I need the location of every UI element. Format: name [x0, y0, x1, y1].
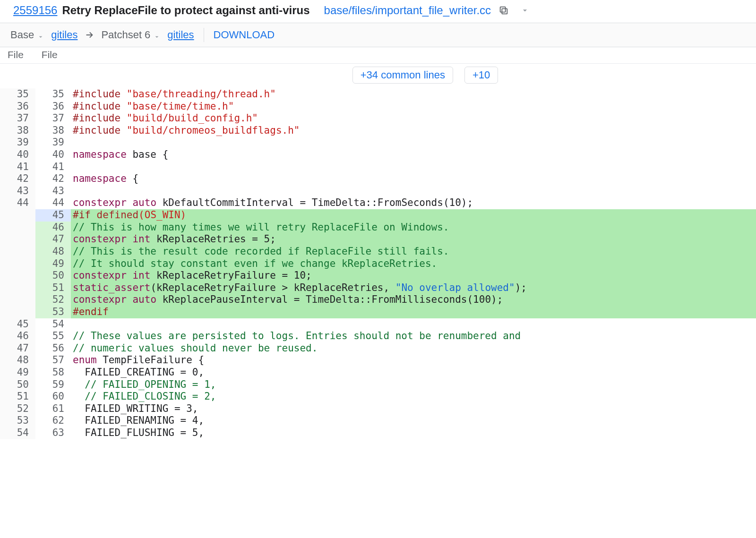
file-menu-chevron-icon[interactable]	[520, 6, 530, 15]
diff-row[interactable]: 3939	[0, 137, 756, 149]
code-cell: namespace {	[71, 173, 756, 185]
svg-rect-0	[502, 9, 507, 14]
diff-row[interactable]: 3737#include "build/build_config.h"	[0, 112, 756, 125]
expand-common-lines-button[interactable]: +34 common lines	[352, 67, 453, 84]
line-number-right: 63	[35, 427, 71, 439]
code-cell: constexpr int kReplaceRetries = 5;	[71, 233, 756, 246]
chevron-down-icon	[153, 31, 161, 39]
line-number-left: 50	[0, 379, 35, 391]
line-number-left	[0, 246, 35, 258]
diff-row-added[interactable]: 46// This is how many times we will retr…	[0, 222, 756, 234]
diff-row[interactable]: 4444constexpr auto kDefaultCommitInterva…	[0, 197, 756, 209]
diff-row[interactable]: 3535#include "base/threading/thread.h"	[0, 88, 756, 101]
line-number-left	[0, 294, 35, 306]
line-number-right: 49	[35, 258, 71, 270]
copy-path-icon[interactable]	[498, 5, 509, 16]
line-number-right: 58	[35, 367, 71, 379]
diff-row[interactable]: 5463 FAILED_FLUSHING = 5,	[0, 427, 756, 439]
diff-row-added[interactable]: 49// It should stay constant even if we …	[0, 258, 756, 270]
arrow-right-icon	[84, 30, 94, 40]
line-number-left: 51	[0, 391, 35, 403]
code-cell: namespace base {	[71, 149, 756, 161]
line-number-left: 53	[0, 415, 35, 427]
diff-row[interactable]: 4958 FAILED_CREATING = 0,	[0, 367, 756, 379]
diff-row[interactable]: 4242namespace {	[0, 173, 756, 185]
line-number-right: 61	[35, 403, 71, 415]
code-cell: #include "base/time/time.h"	[71, 101, 756, 113]
code-cell: constexpr int kReplaceRetryFailure = 10;	[71, 270, 756, 282]
code-cell: #if defined(OS_WIN)	[71, 209, 756, 222]
line-number-left: 43	[0, 185, 35, 197]
line-number-left: 35	[0, 88, 35, 101]
chevron-down-icon	[37, 31, 44, 39]
line-number-left	[0, 209, 35, 222]
diff-row[interactable]: 4756// numeric values should never be re…	[0, 342, 756, 355]
code-cell: // FAILED_CLOSING = 2,	[71, 391, 756, 403]
cl-number-link[interactable]: 2559156	[13, 4, 57, 17]
diff-row[interactable]: 4040namespace base {	[0, 149, 756, 161]
line-number-right: 51	[35, 282, 71, 294]
code-cell: // It should stay constant even if we ch…	[71, 258, 756, 270]
line-number-right: 41	[35, 161, 71, 173]
diff-row-added[interactable]: 51static_assert(kReplaceRetryFailure > k…	[0, 282, 756, 294]
code-cell	[71, 161, 756, 173]
diff-row[interactable]: 4554	[0, 318, 756, 331]
gitiles-left-link[interactable]: gitiles	[51, 29, 77, 41]
file-path[interactable]: base/files/important_file_writer.cc	[324, 4, 491, 17]
line-number-right: 48	[35, 246, 71, 258]
line-number-right: 36	[35, 101, 71, 113]
code-cell: #endif	[71, 306, 756, 318]
diff-row[interactable]: 5160 // FAILED_CLOSING = 2,	[0, 391, 756, 403]
line-number-right: 50	[35, 270, 71, 282]
line-number-right: 53	[35, 306, 71, 318]
line-number-right: 37	[35, 112, 71, 125]
diff-row[interactable]: 3838#include "build/chromeos_buildflags.…	[0, 125, 756, 137]
file-column-headers: File File	[0, 47, 756, 64]
diff-row-added[interactable]: 50constexpr int kReplaceRetryFailure = 1…	[0, 270, 756, 282]
line-number-left	[0, 270, 35, 282]
diff-row[interactable]: 4655// These values are persisted to log…	[0, 330, 756, 342]
toolbar-divider	[204, 28, 204, 42]
code-cell: // numeric values should never be reused…	[71, 342, 756, 355]
line-number-right: 44	[35, 197, 71, 209]
base-selector[interactable]: Base	[10, 29, 44, 41]
diff-row[interactable]: 5059 // FAILED_OPENING = 1,	[0, 379, 756, 391]
diff-row[interactable]: 5362 FAILED_RENAMING = 4,	[0, 415, 756, 427]
line-number-right: 59	[35, 379, 71, 391]
code-cell: constexpr auto kDefaultCommitInterval = …	[71, 197, 756, 209]
line-number-left: 49	[0, 367, 35, 379]
file-label-right: File	[42, 49, 58, 60]
expand-context-button[interactable]: +10	[464, 67, 498, 84]
line-number-left: 42	[0, 173, 35, 185]
patchset-selector[interactable]: Patchset 6	[101, 29, 161, 41]
code-cell: #include "base/threading/thread.h"	[71, 88, 756, 101]
diff-row-added[interactable]: 45#if defined(OS_WIN)	[0, 209, 756, 222]
code-cell: static_assert(kReplaceRetryFailure > kRe…	[71, 282, 756, 294]
line-number-right: 55	[35, 330, 71, 342]
gitiles-right-link[interactable]: gitiles	[167, 29, 194, 41]
diff-row-added[interactable]: 48// This is the result code recorded if…	[0, 246, 756, 258]
line-number-left: 44	[0, 197, 35, 209]
code-cell: #include "build/build_config.h"	[71, 112, 756, 125]
diff-row[interactable]: 5261 FAILED_WRITING = 3,	[0, 403, 756, 415]
line-number-left: 37	[0, 112, 35, 125]
code-cell: // FAILED_OPENING = 1,	[71, 379, 756, 391]
diff-row-added[interactable]: 47constexpr int kReplaceRetries = 5;	[0, 233, 756, 246]
download-button[interactable]: DOWNLOAD	[214, 29, 279, 41]
line-number-left: 39	[0, 137, 35, 149]
code-cell: // This is the result code recorded if R…	[71, 246, 756, 258]
diff-row[interactable]: 4343	[0, 185, 756, 197]
diff-row-added[interactable]: 52constexpr auto kReplacePauseInterval =…	[0, 294, 756, 306]
diff-row[interactable]: 3636#include "base/time/time.h"	[0, 101, 756, 113]
line-number-right: 52	[35, 294, 71, 306]
line-number-left: 41	[0, 161, 35, 173]
line-number-left: 46	[0, 330, 35, 342]
line-number-right: 43	[35, 185, 71, 197]
diff-row[interactable]: 4141	[0, 161, 756, 173]
line-number-left: 40	[0, 149, 35, 161]
line-number-right: 47	[35, 233, 71, 246]
diff-row[interactable]: 4857enum TempFileFailure {	[0, 354, 756, 367]
diff-row-added[interactable]: 53#endif	[0, 306, 756, 318]
code-cell: FAILED_FLUSHING = 5,	[71, 427, 756, 439]
cl-title: Retry ReplaceFile to protect against ant…	[62, 4, 309, 17]
